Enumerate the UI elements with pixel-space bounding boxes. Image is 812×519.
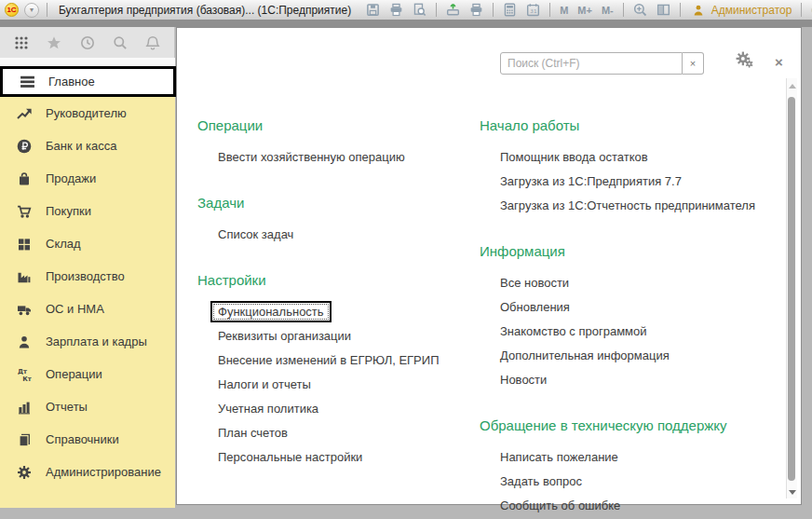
link[interactable]: Ввести хозяйственную операцию — [197, 145, 480, 170]
window-menu-dropdown[interactable]: ▾ — [24, 3, 39, 18]
divider — [493, 3, 494, 17]
link[interactable]: Задать вопрос — [480, 470, 787, 494]
link[interactable]: Сообщить об ошибке — [480, 494, 787, 518]
divider — [436, 3, 437, 17]
quick-print-icon[interactable] — [467, 2, 485, 18]
panel-close-icon[interactable]: × — [775, 53, 783, 72]
scrollbar[interactable] — [786, 78, 797, 499]
link-focused[interactable]: Функциональность — [197, 300, 480, 324]
sidebar-item-home[interactable]: Главное — [0, 66, 176, 97]
sections-grid-icon[interactable] — [13, 34, 30, 50]
content-panel: × × ОперацииВвести хозяйственную операци… — [176, 27, 802, 505]
link[interactable]: Обновления — [480, 295, 787, 320]
print-icon[interactable] — [387, 2, 405, 18]
window-title: Бухгалтерия предприятия (базовая)... (1С… — [59, 4, 351, 17]
sidebar-item-label: Производство — [46, 269, 125, 283]
sidebar-item-production[interactable]: Производство — [0, 260, 175, 293]
divider — [47, 3, 47, 17]
scroll-thumb[interactable] — [788, 97, 795, 481]
warehouse-icon — [16, 236, 33, 252]
sidebar-item-label: Справочники — [46, 432, 119, 446]
sidebar-item-bank-cash[interactable]: Банк и касса — [0, 130, 175, 162]
link[interactable]: Учетная политика — [197, 397, 480, 421]
books-icon — [16, 431, 33, 447]
section: Обращение в техническую поддержкуНаписат… — [480, 417, 787, 518]
sidebar-item-operations[interactable]: ДтКтОперации — [0, 358, 175, 390]
search-icon[interactable] — [112, 34, 129, 50]
svg-text:Дт: Дт — [18, 368, 27, 376]
sidebar-item-salary-hr[interactable]: Зарплата и кадры — [0, 325, 175, 358]
focused-link-box[interactable]: Функциональность — [210, 301, 332, 322]
link[interactable]: Персональные настройки — [197, 445, 480, 470]
link[interactable]: Внесение изменений в ЕГРЮЛ, ЕГРИП — [197, 348, 480, 373]
gear-icon — [16, 464, 33, 480]
memory-subtract-button[interactable]: M- — [600, 5, 616, 16]
scroll-down-arrow[interactable] — [789, 490, 796, 495]
sidebar-item-manager[interactable]: Руководителю — [0, 97, 175, 130]
sidebar-item-label: Покупки — [46, 204, 91, 218]
link[interactable]: Список задач — [197, 223, 480, 247]
divider — [680, 3, 681, 17]
sidebar-item-warehouse[interactable]: Склад — [0, 227, 175, 260]
notifications-bell-icon[interactable] — [144, 34, 161, 50]
section: ИнформацияВсе новостиОбновленияЗнакомств… — [480, 243, 787, 392]
divider — [549, 3, 550, 17]
settings-gears-icon[interactable] — [735, 51, 759, 74]
current-user-button[interactable]: Администратор — [688, 2, 794, 18]
panel-toolbar — [0, 27, 175, 58]
section-title: Обращение в техническую поддержку — [480, 417, 787, 433]
trend-up-icon — [16, 105, 33, 121]
sidebar-item-reports[interactable]: Отчеты — [0, 390, 175, 423]
search-clear-button[interactable]: × — [683, 52, 704, 75]
ruble-icon — [16, 138, 33, 154]
link[interactable]: Написать пожелание — [480, 445, 787, 470]
section: ОперацииВвести хозяйственную операцию — [197, 117, 480, 170]
favorites-star-icon[interactable] — [46, 34, 62, 50]
sidebar-item-label: Администрирование — [46, 465, 161, 479]
calculator-icon[interactable] — [501, 2, 519, 18]
send-export-icon[interactable] — [444, 2, 462, 18]
link[interactable]: Помощник ввода остатков — [480, 145, 787, 170]
factory-icon — [16, 268, 33, 284]
sidebar-item-label: Операции — [46, 367, 102, 381]
link[interactable]: Загрузка из 1С:Отчетность предпринимател… — [480, 194, 787, 218]
memory-recall-button[interactable]: M — [558, 5, 570, 16]
section: Начало работыПомощник ввода остатковЗагр… — [480, 117, 787, 218]
link[interactable]: Реквизиты организации — [197, 324, 480, 348]
sidebar-gap — [0, 58, 175, 66]
history-clock-icon[interactable] — [79, 34, 96, 50]
user-icon — [690, 2, 708, 18]
section-title: Настройки — [197, 272, 480, 288]
svg-text:Кт: Кт — [22, 376, 32, 382]
section: НастройкиФункциональностьРеквизиты орган… — [197, 272, 480, 470]
link[interactable]: Загрузка из 1С:Предприятия 7.7 — [480, 170, 787, 194]
truck-icon — [16, 301, 33, 317]
link[interactable]: Знакомство с программой — [480, 320, 787, 344]
content-column-right: Начало работыПомощник ввода остатковЗагр… — [480, 117, 787, 519]
section: ЗадачиСписок задач — [197, 195, 480, 247]
search-input[interactable] — [500, 52, 683, 75]
link[interactable]: Налоги и отчеты — [197, 373, 480, 397]
divider — [801, 3, 802, 17]
zoom-icon[interactable] — [631, 2, 649, 18]
bar-chart-icon — [16, 399, 33, 415]
sidebar-item-directories[interactable]: Справочники — [0, 423, 175, 456]
calendar-icon[interactable]: 31 — [524, 2, 542, 18]
link[interactable]: Дополнительная информация — [480, 344, 787, 368]
scroll-up-arrow[interactable] — [789, 84, 796, 89]
sidebar-item-label: Отчеты — [46, 400, 88, 414]
sidebar-item-purchases[interactable]: Покупки — [0, 195, 175, 227]
content-column-left: ОперацииВвести хозяйственную операциюЗад… — [197, 117, 480, 519]
save-icon[interactable] — [364, 2, 382, 18]
link[interactable]: План счетов — [197, 421, 480, 445]
sidebar-item-fixed-assets[interactable]: ОС и НМА — [0, 293, 175, 325]
print-preview-icon[interactable] — [411, 2, 428, 18]
sidebar-item-sales[interactable]: Продажи — [0, 162, 175, 195]
sidebar-item-label: Руководителю — [46, 106, 127, 120]
link[interactable]: Новости — [480, 368, 787, 392]
memory-add-button[interactable]: M+ — [575, 5, 594, 16]
sidebar-item-administration[interactable]: Администрирование — [0, 456, 175, 488]
sidebar-item-label: Главное — [48, 75, 95, 89]
link[interactable]: Все новости — [480, 271, 787, 295]
split-window-icon[interactable] — [655, 2, 672, 18]
